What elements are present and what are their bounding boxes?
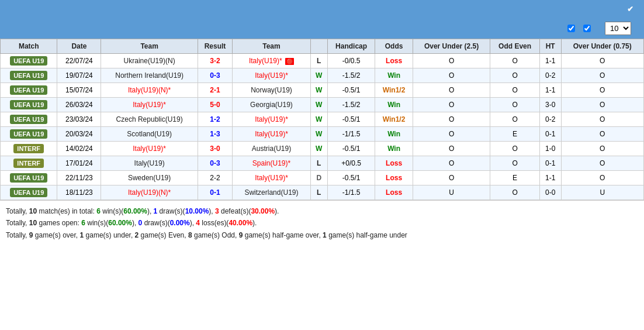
cell-over-under-075: U [561, 185, 643, 200]
cell-odd-even: O [490, 185, 539, 200]
cell-match: UEFA U19 [1, 112, 57, 127]
cell-match: INTERF [1, 156, 57, 171]
cell-wdl: W [310, 142, 327, 156]
cell-odds: Win [375, 68, 413, 83]
cell-match: UEFA U19 [1, 127, 57, 142]
cell-match: INTERF [1, 142, 57, 156]
cell-team1: Sweden(U19) [101, 171, 198, 185]
summary-section: Totally, 10 match(es) in total: 6 win(s)… [0, 200, 644, 246]
scores-table: Match Date Team Result Team Handicap Odd… [0, 39, 644, 200]
summary-line: Totally, 10 match(es) in total: 6 win(s)… [6, 205, 638, 217]
cell-team1: Italy(U19)* [101, 142, 198, 156]
cell-over-under-075: O [561, 127, 643, 142]
table-row: UEFA U1915/07/24Italy(U19)(N)*2-1Norway(… [1, 83, 644, 98]
cell-match: UEFA U19 [1, 171, 57, 185]
cell-date: 19/07/24 [57, 68, 101, 83]
cell-result: 2-1 [198, 83, 232, 98]
cell-handicap: -0/0.5 [327, 54, 375, 68]
flag-icon: 🔴 [285, 58, 294, 65]
col-date: Date [57, 39, 101, 54]
cell-over-under-25: O [413, 171, 490, 185]
cell-odd-even: O [490, 112, 539, 127]
uefa-checkbox[interactable] [583, 25, 591, 32]
cell-handicap: -1.5/2 [327, 68, 375, 83]
cell-team2: Italy(U19)* [233, 112, 311, 127]
cell-odd-even: O [490, 156, 539, 171]
col-over-under-25: Over Under (2.5) [413, 39, 490, 54]
cell-match: UEFA U19 [1, 185, 57, 200]
interf-checkbox[interactable] [567, 25, 575, 32]
cell-date: 26/03/24 [57, 98, 101, 112]
table-wrapper: Match Date Team Result Team Handicap Odd… [0, 39, 644, 200]
cell-date: 23/03/24 [57, 112, 101, 127]
cell-team1: Italy(U19) [101, 156, 198, 171]
interf-filter[interactable] [567, 25, 577, 32]
header-bar: ✔ [0, 0, 644, 18]
table-row: UEFA U1918/11/23Italy(U19)(N)*0-1Switzer… [1, 185, 644, 200]
cell-date: 15/07/24 [57, 83, 101, 98]
cell-over-under-25: O [413, 68, 490, 83]
cell-ht: 0-2 [539, 68, 561, 83]
cell-team1: Northern Ireland(U19) [101, 68, 198, 83]
cell-over-under-075: O [561, 98, 643, 112]
cell-over-under-075: O [561, 171, 643, 185]
cell-date: 20/03/24 [57, 127, 101, 142]
table-row: UEFA U1922/07/24Ukraine(U19)(N)3-2Italy(… [1, 54, 644, 68]
uefa-filter[interactable] [583, 25, 593, 32]
table-row: INTERF17/01/24Italy(U19)0-3Spain(U19)*L+… [1, 156, 644, 171]
col-team1: Team [101, 39, 198, 54]
cell-team1: Scotland(U19) [101, 127, 198, 142]
cell-odd-even: O [490, 68, 539, 83]
summary-line: Totally, 10 games open: 6 win(s)(60.00%)… [6, 217, 638, 229]
cell-over-under-075: O [561, 68, 643, 83]
cell-over-under-25: O [413, 54, 490, 68]
cell-handicap: -1/1.5 [327, 127, 375, 142]
cell-result: 0-3 [198, 68, 232, 83]
cell-team2: Norway(U19) [233, 83, 311, 98]
cell-wdl: W [310, 127, 327, 142]
col-match: Match [1, 39, 57, 54]
cell-team1: Ukraine(U19)(N) [101, 54, 198, 68]
cell-wdl: L [310, 156, 327, 171]
cell-handicap: -1/1.5 [327, 185, 375, 200]
table-row: UEFA U1920/03/24Scotland(U19)1-3Italy(U1… [1, 127, 644, 142]
table-body: UEFA U1922/07/24Ukraine(U19)(N)3-2Italy(… [1, 54, 644, 200]
cell-over-under-25: O [413, 83, 490, 98]
cell-team2: Spain(U19)* [233, 156, 311, 171]
cell-odd-even: O [490, 142, 539, 156]
cell-odd-even: E [490, 127, 539, 142]
cell-odds: Win1/2 [375, 83, 413, 98]
cell-ht: 0-1 [539, 156, 561, 171]
cell-match: UEFA U19 [1, 83, 57, 98]
display-notes-toggle[interactable]: ✔ [627, 5, 637, 13]
cell-ht: 1-0 [539, 142, 561, 156]
cell-ht: 1-1 [539, 171, 561, 185]
cell-ht: 0-2 [539, 112, 561, 127]
col-odds: Odds [375, 39, 413, 54]
cell-odd-even: E [490, 171, 539, 185]
col-handicap: Handicap [327, 39, 375, 54]
cell-date: 22/07/24 [57, 54, 101, 68]
cell-odd-even: O [490, 83, 539, 98]
cell-date: 14/02/24 [57, 142, 101, 156]
col-odd-even: Odd Even [490, 39, 539, 54]
summary-line: Totally, 9 game(s) over, 1 game(s) under… [6, 229, 638, 241]
cell-wdl: W [310, 68, 327, 83]
col-over-under-075: Over Under (0.75) [561, 39, 643, 54]
cell-date: 18/11/23 [57, 185, 101, 200]
cell-odds: Win1/2 [375, 112, 413, 127]
cell-odds: Loss [375, 156, 413, 171]
cell-ht: 1-1 [539, 54, 561, 68]
cell-ht: 3-0 [539, 98, 561, 112]
cell-team2: Georgia(U19) [233, 98, 311, 112]
cell-team1: Italy(U19)(N)* [101, 83, 198, 98]
cell-match: UEFA U19 [1, 68, 57, 83]
cell-over-under-075: O [561, 112, 643, 127]
cell-date: 17/01/24 [57, 156, 101, 171]
cell-team2: Italy(U19)* [233, 171, 311, 185]
cell-team2: Italy(U19)* [233, 68, 311, 83]
cell-result: 3-0 [198, 142, 232, 156]
last-games-select[interactable]: 10 20 30 [605, 22, 631, 35]
cell-result: 0-1 [198, 185, 232, 200]
cell-wdl: W [310, 98, 327, 112]
